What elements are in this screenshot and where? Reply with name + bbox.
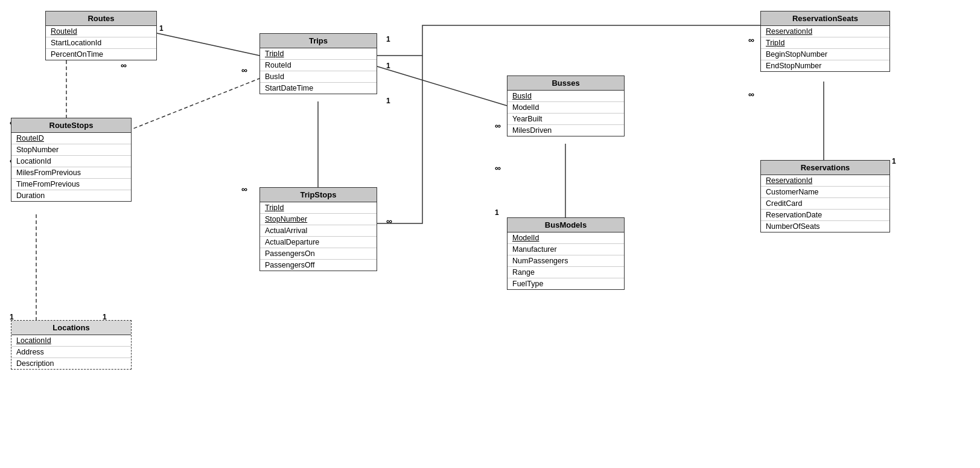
entity-reservationseats: ReservationSeats ReservationId TripId Be… [760, 11, 890, 72]
label-tripstops-resseat-inf: ∞ [386, 216, 392, 226]
entity-reservationseats-header: ReservationSeats [761, 11, 889, 26]
svg-line-5 [377, 66, 507, 106]
entity-busses: Busses BusId ModelId YearBuilt MilesDriv… [507, 75, 625, 136]
entity-busmodels-row-range: Range [508, 267, 624, 278]
entity-busmodels: BusModels ModelId Manufacturer NumPassen… [507, 217, 625, 290]
entity-routes-row-startlocationid: StartLocationId [46, 37, 156, 49]
entity-routes-row-routeid: RouteId [46, 26, 156, 37]
entity-locations-row-description: Description [11, 358, 131, 369]
label-trips-resseat-inf: ∞ [748, 35, 754, 45]
entity-locations: Locations LocationId Address Description [11, 320, 132, 370]
label-trips-busses-1: 1 [386, 62, 390, 70]
entity-busmodels-row-manufacturer: Manufacturer [508, 244, 624, 255]
entity-tripstops-row-actualdeparture: ActualDeparture [260, 237, 377, 248]
label-busses-busmodels-1: 1 [495, 208, 499, 217]
entity-routestops-row-duration: Duration [11, 190, 131, 201]
entity-routestops-header: RouteStops [11, 118, 131, 133]
entity-reservationseats-row-endstopnumber: EndStopNumber [761, 60, 889, 71]
entity-busmodels-row-numpassengers: NumPassengers [508, 255, 624, 267]
entity-busmodels-row-modelid: ModelId [508, 232, 624, 244]
entity-reservationseats-row-tripid: TripId [761, 37, 889, 49]
entity-trips-header: Trips [260, 34, 377, 48]
entity-tripstops: TripStops TripId StopNumber ActualArriva… [259, 187, 377, 271]
entity-trips: Trips TripId RouteId BusId StartDateTime [259, 33, 377, 94]
entity-busses-header: Busses [508, 76, 624, 91]
entity-routes: Routes RouteId StartLocationId PercentOn… [45, 11, 157, 60]
entity-busses-row-modelid: ModelId [508, 102, 624, 114]
entity-reservations-row-reservationdate: ReservationDate [761, 210, 889, 221]
label-routes-routestops-inf: ∞ [121, 60, 127, 70]
entity-reservations-row-reservationid: ReservationId [761, 175, 889, 187]
label-busses-busmodels-inf: ∞ [495, 163, 501, 173]
entity-reservations-row-customername: CustomerName [761, 187, 889, 198]
label-trips-busses-inf: ∞ [495, 121, 501, 130]
entity-reservationseats-row-beginstopnumber: BeginStopNumber [761, 49, 889, 60]
entity-routes-header: Routes [46, 11, 156, 26]
entity-trips-row-busid: BusId [260, 71, 377, 83]
entity-trips-row-routeid: RouteId [260, 60, 377, 71]
entity-routestops-row-routeid: RouteID [11, 133, 131, 144]
entity-routestops-row-timefromprevious: TimeFromPrevious [11, 179, 131, 190]
entity-busmodels-header: BusModels [508, 218, 624, 232]
entity-routestops-row-milesfromprevious: MilesFromPrevious [11, 167, 131, 179]
entity-tripstops-header: TripStops [260, 188, 377, 202]
entity-reservationseats-row-reservationid: ReservationId [761, 26, 889, 37]
entity-busses-row-milesdriven: MilesDriven [508, 125, 624, 136]
label-trips-resseat-1: 1 [386, 35, 390, 43]
svg-line-1 [157, 33, 259, 56]
entity-tripstops-row-passengerson: PassengersOn [260, 248, 377, 260]
entity-tripstops-row-passengersoff: PassengersOff [260, 260, 377, 271]
entity-reservations-header: Reservations [761, 161, 889, 175]
entity-locations-row-locationid: LocationId [11, 335, 131, 347]
label-trips-tripstops-1: 1 [386, 97, 390, 105]
label-res-1: 1 [892, 157, 896, 165]
entity-routestops: RouteStops RouteID StopNumber LocationId… [11, 118, 132, 202]
label-resseat-res-inf: ∞ [748, 89, 754, 99]
entity-busses-row-yearbuilt: YearBuilt [508, 114, 624, 125]
label-trips-tripstops-inf: ∞ [241, 184, 247, 194]
entity-reservations-row-numberofseats: NumberOfSeats [761, 221, 889, 232]
entity-routestops-row-stopnumber: StopNumber [11, 144, 131, 156]
entity-locations-row-address: Address [11, 347, 131, 358]
entity-locations-header: Locations [11, 321, 131, 335]
entity-routes-row-percentontime: PercentOnTime [46, 49, 156, 60]
svg-line-2 [122, 79, 259, 133]
entity-reservations-row-creditcard: CreditCard [761, 198, 889, 210]
entity-trips-row-tripid: TripId [260, 48, 377, 60]
entity-tripstops-row-stopnumber: StopNumber [260, 214, 377, 225]
entity-trips-row-startdatetime: StartDateTime [260, 83, 377, 94]
diagram-container: 1 ∞ 1 ∞ ∞ ∞ 1 1 1 ∞ 1 ∞ 1 ∞ 1 ∞ ∞ ∞ 1 Ro… [0, 0, 980, 468]
label-routes-trips-1: 1 [159, 24, 164, 33]
label-routes-trips-inf: ∞ [241, 65, 247, 75]
entity-busmodels-row-fueltype: FuelType [508, 278, 624, 289]
entity-tripstops-row-actualarrival: ActualArrival [260, 225, 377, 237]
entity-busses-row-busid: BusId [508, 91, 624, 102]
entity-routestops-row-locationid: LocationId [11, 156, 131, 167]
entity-reservations: Reservations ReservationId CustomerName … [760, 160, 890, 232]
entity-tripstops-row-tripid: TripId [260, 202, 377, 214]
